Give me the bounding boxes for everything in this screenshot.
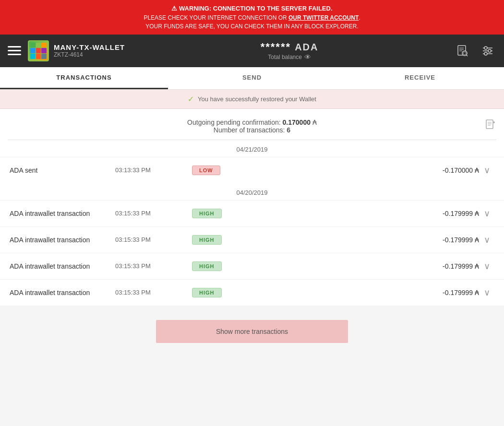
tx-amount: -0.179999 ₳ (402, 262, 479, 270)
balance-masked: ****** (261, 41, 291, 53)
twitter-link[interactable]: OUR TWITTER ACCOUNT (288, 14, 359, 21)
tx-time: 03:15:33 PM (115, 262, 192, 270)
pending-section: Outgoing pending confirmation: 0.170000 … (0, 109, 504, 140)
tx-time: 03:15:33 PM (115, 236, 192, 243)
tx-badge: HIGH (192, 288, 250, 297)
pending-confirmation-text: Outgoing pending confirmation: 0.170000 … (0, 118, 504, 126)
wallet-name-section: MANY-TX-WALLET ZKTZ-4614 (54, 43, 125, 58)
table-row[interactable]: ADA sent 03:13:33 PM LOW -0.170000 ₳ ∨ (0, 157, 504, 183)
export-icon[interactable] (485, 118, 496, 131)
header: MANY-TX-WALLET ZKTZ-4614 ****** ADA Tota… (0, 35, 504, 67)
pending-currency: ₳ (312, 118, 317, 126)
chevron-down-icon[interactable]: ∨ (479, 208, 494, 219)
svg-point-11 (488, 49, 491, 52)
nav-tabs: TRANSACTIONS SEND RECEIVE (0, 67, 504, 90)
header-center: ****** ADA Total balance 👁 (125, 41, 454, 61)
chevron-down-icon[interactable]: ∨ (479, 261, 494, 272)
warning-line3: YOUR FUNDS ARE SAFE, YOU CAN CHECK THEM … (8, 22, 496, 31)
tx-amount: -0.179999 ₳ (402, 289, 479, 296)
date-header-1: 04/21/2019 (0, 140, 504, 157)
tx-type: ADA intrawallet transaction (10, 262, 115, 270)
badge-high: HIGH (192, 209, 222, 218)
tx-time: 03:15:33 PM (115, 210, 192, 217)
tx-badge: HIGH (192, 261, 250, 271)
tx-time: 03:13:33 PM (115, 166, 192, 174)
chevron-down-icon[interactable]: ∨ (479, 165, 494, 176)
tx-amount: -0.179999 ₳ (402, 236, 479, 244)
success-banner: ✓ You have successfully restored your Wa… (0, 90, 504, 109)
tx-badge: LOW (192, 166, 250, 175)
wallet-avatar (28, 40, 49, 61)
tx-type: ADA intrawallet transaction (10, 236, 115, 244)
table-row[interactable]: ADA intrawallet transaction 03:15:33 PM … (0, 200, 504, 226)
pending-amount: 0.170000 (283, 118, 311, 126)
tab-receive[interactable]: RECEIVE (336, 67, 504, 89)
balance-currency: ADA (295, 42, 318, 52)
tx-type: ADA intrawallet transaction (10, 210, 115, 217)
wallet-avatar-inner (29, 41, 48, 60)
tx-type: ADA sent (10, 166, 115, 174)
balance-amount: ****** ADA (261, 41, 319, 53)
main-content: Outgoing pending confirmation: 0.170000 … (0, 109, 504, 306)
tx-badge: HIGH (192, 209, 250, 218)
settings-icon[interactable] (479, 42, 496, 59)
warning-line1: ⚠ WARNING: CONNECTION TO THE SERVER FAIL… (8, 4, 496, 13)
chevron-down-icon[interactable]: ∨ (479, 235, 494, 245)
warning-line2: PLEASE CHECK YOUR INTERNET CONNECTION OR… (8, 13, 496, 22)
svg-rect-13 (486, 120, 493, 129)
tx-amount: -0.170000 ₳ (402, 166, 479, 174)
header-right (454, 42, 496, 59)
svg-point-10 (484, 47, 487, 49)
num-transactions-value: 6 (287, 126, 290, 134)
table-row[interactable]: ADA intrawallet transaction 03:15:33 PM … (0, 226, 504, 253)
show-more-section: Show more transactions (0, 306, 504, 367)
header-left: MANY-TX-WALLET ZKTZ-4614 (8, 40, 125, 61)
warning-banner: ⚠ WARNING: CONNECTION TO THE SERVER FAIL… (0, 0, 504, 35)
badge-high: HIGH (192, 261, 222, 271)
certificate-icon[interactable] (454, 42, 471, 59)
wallet-id: ZKTZ-4614 (54, 51, 125, 58)
table-row[interactable]: ADA intrawallet transaction 03:15:33 PM … (0, 253, 504, 279)
num-transactions-text: Number of transactions: 6 (0, 126, 504, 134)
badge-high: HIGH (192, 288, 222, 297)
tab-send[interactable]: SEND (168, 67, 336, 89)
show-more-transactions-button[interactable]: Show more transactions (156, 320, 348, 343)
hamburger-icon[interactable] (8, 43, 23, 59)
svg-point-12 (484, 52, 487, 55)
tx-badge: HIGH (192, 235, 250, 245)
badge-low: LOW (192, 166, 220, 175)
tx-type: ADA intrawallet transaction (10, 289, 115, 296)
wallet-name: MANY-TX-WALLET (54, 43, 125, 51)
tx-amount: -0.179999 ₳ (402, 210, 479, 217)
total-balance-label: Total balance 👁 (268, 53, 311, 61)
table-row[interactable]: ADA intrawallet transaction 03:15:33 PM … (0, 279, 504, 306)
tab-transactions[interactable]: TRANSACTIONS (0, 67, 168, 89)
check-icon: ✓ (188, 95, 194, 104)
badge-high: HIGH (192, 235, 222, 245)
eye-icon[interactable]: 👁 (304, 53, 311, 61)
success-message: You have successfully restored your Wall… (198, 95, 316, 103)
date-header-2: 04/20/2019 (0, 183, 504, 200)
svg-line-3 (466, 55, 468, 56)
tx-time: 03:15:33 PM (115, 289, 192, 296)
chevron-down-icon[interactable]: ∨ (479, 287, 494, 298)
